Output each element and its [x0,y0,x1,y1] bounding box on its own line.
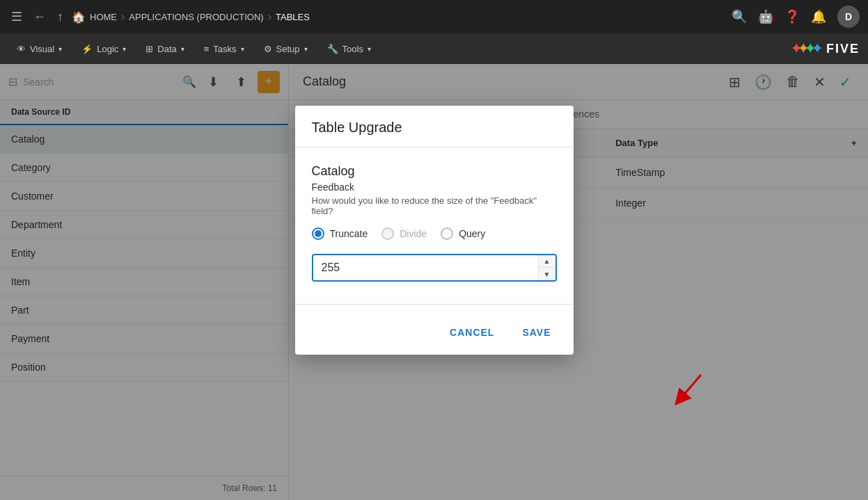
toolbar-data[interactable]: ⊞ Data ▾ [137,40,192,58]
avatar[interactable]: D [837,6,860,28]
breadcrumb-sep-2: › [268,10,271,23]
data-icon: ⊞ [145,44,153,54]
cancel-button[interactable]: CANCEL [439,321,505,344]
breadcrumb: 🏠 HOME › APPLICATIONS (PRODUCTION) › TAB… [72,10,726,24]
logic-icon: ⚡ [81,44,93,54]
setup-icon: ⚙ [264,44,272,54]
content-area: Catalog ⊞ 🕐 🗑 ✕ ✓ General Events Fields … [289,64,868,500]
data-dropdown-arrow: ▾ [181,45,184,53]
help-icon[interactable]: ❓ [784,9,800,24]
notifications-icon[interactable]: 🔔 [811,9,826,24]
toolbar-tools[interactable]: 🔧 Tools ▾ [319,40,379,58]
spinner-up-button[interactable]: ▲ [539,255,555,268]
search-support-icon[interactable]: 🔍 [732,9,747,24]
top-nav-right: 🔍 🤖 ❓ 🔔 D [732,6,860,28]
toolbar-tasks[interactable]: ≡ Tasks ▾ [196,40,253,58]
radio-divide-circle[interactable] [381,227,394,240]
modal-body: Catalog Feedback How would you like to r… [295,147,574,293]
number-input-wrapper[interactable]: ▲ ▼ [312,254,557,282]
modal-section-title: Catalog [312,164,557,179]
modal-section-sub: Feedback [312,182,557,193]
radio-query-circle[interactable] [441,227,453,240]
tools-dropdown-arrow: ▾ [368,45,371,53]
breadcrumb-sep-1: › [121,10,125,23]
eye-icon: 👁 [17,44,26,54]
svg-line-0 [680,375,701,399]
secondary-toolbar: 👁 Visual ▾ ⚡ Logic ▾ ⊞ Data ▾ ≡ Tasks ▾ … [0,33,868,64]
visual-dropdown-arrow: ▾ [58,45,62,53]
radio-truncate[interactable]: Truncate [312,227,368,240]
menu-icon[interactable]: ☰ [8,6,25,27]
radio-query[interactable]: Query [441,227,485,240]
modal-header: Table Upgrade [295,106,574,147]
support-icon[interactable]: 🤖 [758,9,773,24]
radio-divide[interactable]: Divide [381,227,427,240]
setup-dropdown-arrow: ▾ [304,45,308,53]
breadcrumb-tables[interactable]: TABLES [276,12,310,22]
arrow-annotation [666,368,708,410]
up-icon[interactable]: ↑ [54,7,66,27]
toolbar-setup[interactable]: ⚙ Setup ▾ [255,40,316,58]
logic-dropdown-arrow: ▾ [123,45,126,53]
toolbar-visual[interactable]: 👁 Visual ▾ [8,40,70,58]
tasks-icon: ≡ [204,44,210,54]
table-upgrade-modal: Table Upgrade Catalog Feedback How would… [295,106,574,355]
radio-group: Truncate Divide Query [312,227,557,240]
tools-icon: 🔧 [327,44,338,54]
save-button[interactable]: SAVE [511,321,562,344]
toolbar-logic[interactable]: ⚡ Logic ▾ [73,40,134,58]
spinner-down-button[interactable]: ▼ [539,268,555,281]
home-icon: 🏠 [72,10,86,24]
radio-truncate-circle[interactable] [312,227,324,240]
breadcrumb-home[interactable]: 🏠 HOME [72,10,117,24]
modal-divider [295,304,574,305]
modal-footer: CANCEL SAVE [295,316,574,355]
main-container: ⊟ Search 🔍 ⬇ ⬆ + Data Source ID Catalog … [0,64,868,500]
number-input[interactable] [313,256,538,280]
top-navigation: ☰ ← ↑ 🏠 HOME › APPLICATIONS (PRODUCTION)… [0,0,868,33]
number-spinner: ▲ ▼ [538,255,555,281]
five-logo: ✦ ✦ ✦ ✦ FIVE [790,40,860,58]
modal-overlay: Table Upgrade Catalog Feedback How would… [0,64,868,500]
tasks-dropdown-arrow: ▾ [241,45,244,53]
back-icon[interactable]: ← [31,7,49,27]
breadcrumb-applications[interactable]: APPLICATIONS (PRODUCTION) [129,12,263,22]
modal-title: Table Upgrade [312,120,402,135]
modal-question: How would you like to reduce the size of… [312,195,557,216]
